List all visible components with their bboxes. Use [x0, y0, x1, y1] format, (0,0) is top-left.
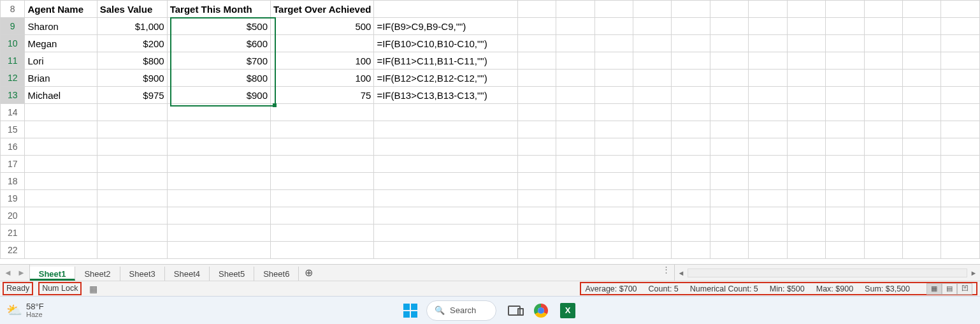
cell[interactable] [787, 52, 825, 70]
cell[interactable] [941, 121, 980, 138]
cell[interactable] [556, 87, 594, 104]
cell[interactable] [787, 121, 825, 138]
cell[interactable] [710, 70, 748, 87]
row-header[interactable]: 21 [1, 225, 25, 242]
cell[interactable] [902, 18, 940, 35]
row-header[interactable]: 20 [1, 207, 25, 225]
cell-formula[interactable]: =IF(B10>C10,B10-C10,"") [374, 35, 517, 52]
cell[interactable] [826, 173, 864, 190]
cell[interactable]: $800 [97, 52, 167, 70]
taskbar-weather[interactable]: ⛅ 58°F Haze [6, 302, 44, 318]
cell[interactable] [556, 207, 594, 225]
cell[interactable] [749, 121, 787, 138]
cell[interactable] [97, 156, 167, 173]
cell[interactable] [374, 1, 517, 18]
row-header[interactable]: 15 [1, 121, 25, 138]
cell[interactable] [864, 104, 902, 121]
sheet-tab[interactable]: Sheet3 [120, 267, 165, 281]
cell[interactable] [97, 138, 167, 156]
sheet-tab[interactable]: Sheet2 [75, 267, 120, 281]
cell[interactable] [864, 207, 902, 225]
cell[interactable] [787, 156, 825, 173]
cell[interactable] [941, 104, 980, 121]
cell[interactable] [25, 121, 97, 138]
cell[interactable] [787, 18, 825, 35]
cell[interactable] [749, 225, 787, 242]
cell[interactable] [517, 242, 556, 259]
cell[interactable] [749, 242, 787, 259]
cell[interactable]: $900 [97, 70, 167, 87]
cell[interactable] [374, 121, 517, 138]
cell[interactable] [517, 52, 556, 70]
header-cell[interactable]: Target Over Achieved [271, 1, 374, 18]
cell[interactable] [941, 156, 980, 173]
cell[interactable] [672, 225, 710, 242]
scroll-right-icon[interactable]: ► [967, 269, 980, 277]
cell[interactable] [941, 35, 980, 52]
cell[interactable] [97, 190, 167, 207]
cell[interactable] [556, 35, 594, 52]
cell[interactable] [941, 70, 980, 87]
cell[interactable] [25, 104, 97, 121]
cell[interactable] [25, 156, 97, 173]
chrome-app-icon[interactable] [532, 302, 550, 320]
cell[interactable] [902, 138, 940, 156]
cell[interactable] [826, 207, 864, 225]
cell[interactable] [25, 173, 97, 190]
new-sheet-button[interactable]: ⊕ [299, 265, 318, 281]
cell[interactable] [271, 121, 374, 138]
cell[interactable] [25, 207, 97, 225]
cell[interactable] [826, 104, 864, 121]
cell[interactable] [25, 190, 97, 207]
cell[interactable] [271, 35, 374, 52]
cell[interactable] [517, 207, 556, 225]
cell[interactable] [517, 156, 556, 173]
cell[interactable]: 100 [271, 52, 374, 70]
cell[interactable] [710, 87, 748, 104]
cell[interactable] [749, 52, 787, 70]
cell[interactable] [672, 138, 710, 156]
cell[interactable] [556, 70, 594, 87]
cell[interactable] [710, 52, 748, 70]
cell[interactable] [556, 104, 594, 121]
row-header[interactable]: 18 [1, 173, 25, 190]
cell[interactable] [556, 52, 594, 70]
cell[interactable] [633, 207, 672, 225]
cell[interactable] [672, 242, 710, 259]
cell[interactable] [517, 173, 556, 190]
cell[interactable] [902, 104, 940, 121]
cell[interactable] [633, 225, 672, 242]
cell[interactable] [941, 225, 980, 242]
cell[interactable] [941, 138, 980, 156]
cell[interactable] [902, 173, 940, 190]
cell[interactable] [749, 104, 787, 121]
cell[interactable] [374, 225, 517, 242]
cell[interactable] [787, 70, 825, 87]
view-normal-icon[interactable]: ▦ [926, 283, 942, 295]
cell[interactable] [633, 104, 672, 121]
cell[interactable] [749, 138, 787, 156]
cell[interactable] [710, 156, 748, 173]
cell[interactable] [749, 190, 787, 207]
cell[interactable] [672, 190, 710, 207]
cell[interactable] [167, 207, 270, 225]
cell[interactable] [374, 138, 517, 156]
cell[interactable] [271, 138, 374, 156]
cell[interactable] [517, 225, 556, 242]
cell[interactable] [710, 104, 748, 121]
cell[interactable] [787, 138, 825, 156]
cell[interactable] [633, 70, 672, 87]
cell[interactable] [517, 35, 556, 52]
cell[interactable] [672, 207, 710, 225]
cell[interactable] [25, 138, 97, 156]
cell[interactable] [594, 35, 633, 52]
cell[interactable] [902, 52, 940, 70]
excel-app-icon[interactable]: X [559, 302, 577, 320]
cell[interactable] [787, 104, 825, 121]
cell[interactable] [271, 207, 374, 225]
cell[interactable] [787, 173, 825, 190]
cell[interactable] [787, 190, 825, 207]
cell[interactable] [941, 207, 980, 225]
cell[interactable]: $200 [97, 35, 167, 52]
cell[interactable] [271, 156, 374, 173]
